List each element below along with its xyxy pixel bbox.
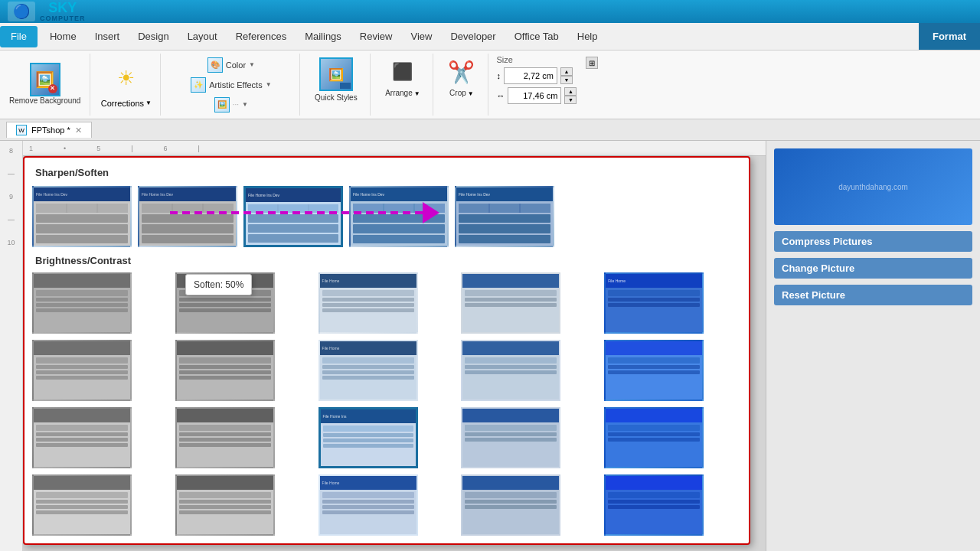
brightness-thumb-d3[interactable]: File Home Ins [318, 407, 418, 468]
menu-bar: File Home Insert Design Layout Reference… [0, 23, 980, 51]
brightness-thumb-c2[interactable] [175, 340, 275, 401]
color-button[interactable]: 🎨 Color ▼ [204, 57, 258, 73]
extra-picture-button[interactable]: 🖼️ ··· ▼ [211, 96, 251, 113]
ribbon-group-crop: ✂️ Crop ▼ [435, 54, 488, 116]
thumb-1-header: File Home Ins Dev [34, 187, 130, 201]
ribbon-group-picture-styles: 🎨 Color ▼ ✨ Artistic Effects ▼ 🖼️ ··· ▼ [162, 54, 300, 116]
height-icon: ↕ [496, 71, 501, 80]
menu-home[interactable]: Home [41, 23, 86, 50]
ruler-top-bar2: | [198, 145, 200, 152]
brightness-thumb-e1[interactable] [32, 474, 132, 536]
brightness-thumb-e3[interactable]: File Home [318, 474, 418, 536]
size-expand-button[interactable]: ⊞ [586, 57, 598, 69]
crop-dropdown[interactable]: Crop ▼ [449, 89, 474, 98]
height-up-button[interactable]: ▲ [560, 67, 573, 76]
menu-view[interactable]: View [401, 23, 441, 50]
menu-references[interactable]: References [227, 23, 296, 50]
brightness-thumb-b3[interactable]: File Home [318, 272, 418, 334]
brightness-contrast-title: Brightness/Contrast [32, 253, 741, 268]
menu-mailings[interactable]: Mailings [296, 23, 351, 50]
brightness-thumb-d2[interactable] [175, 407, 275, 468]
brightness-thumb-c1[interactable] [32, 340, 132, 401]
brightness-thumb-e5[interactable] [604, 474, 704, 536]
right-panel: dayunthdahang.com Compress Pictures Chan… [766, 141, 980, 551]
crop-arrow-icon: ▼ [468, 90, 474, 97]
brightness-thumb-b5[interactable]: File Home [604, 272, 704, 334]
compress-pictures-button[interactable]: Compress Pictures [774, 231, 972, 252]
sharpen-thumb-1[interactable]: File Home Ins Dev [32, 186, 132, 247]
brightness-thumb-e4[interactable] [461, 474, 560, 536]
sharpen-row-container: File Home Ins Dev [32, 186, 741, 247]
menu-developer[interactable]: Developer [441, 23, 505, 50]
artistic-effects-arrow-icon: ▼ [266, 81, 272, 88]
ribbon-group-quick-styles: 🖼️ Quick Styles [302, 54, 371, 116]
menu-officetab[interactable]: Office Tab [505, 23, 568, 50]
quick-styles-button[interactable]: 🖼️ Quick Styles [312, 55, 361, 104]
sharpen-arrow-indicator [170, 202, 439, 223]
arrange-dropdown[interactable]: Arrange ▼ [385, 89, 420, 98]
thumb-5-header: File Home Ins Dev [456, 187, 553, 201]
ruler-top-5: 5 [96, 145, 100, 152]
extra-arrow-icon: ▼ [242, 101, 248, 108]
change-picture-button[interactable]: Change Picture [774, 258, 972, 279]
file-menu-button[interactable]: File [0, 26, 38, 47]
corrections-button[interactable]: ☀ [108, 62, 145, 96]
logo-sky: SKY [48, 1, 77, 15]
doc-tab-fptshop[interactable]: W FPTshop * ✕ [6, 122, 92, 138]
extra-icon: 🖼️ [214, 97, 230, 112]
ruler-top-bar1: | [131, 145, 132, 152]
extra-label: ··· [233, 100, 239, 109]
brightness-thumb-d4[interactable] [461, 407, 560, 468]
color-icon: 🎨 [207, 57, 223, 73]
menu-layout[interactable]: Layout [178, 23, 227, 50]
color-arrow-icon: ▼ [249, 61, 255, 68]
sharpen-thumb-5[interactable]: File Home Ins Dev [455, 186, 554, 247]
menu-help[interactable]: Help [568, 23, 607, 50]
crop-button[interactable]: ✂️ Crop ▼ [443, 55, 480, 99]
top-bar: 🔵 SKY COMPUTER [0, 0, 980, 23]
brightness-thumb-c3[interactable]: File Home [318, 340, 418, 401]
menu-design[interactable]: Design [129, 23, 178, 50]
ruler-10: 10 [7, 239, 15, 246]
menu-review[interactable]: Review [351, 23, 402, 50]
doc-area: 1 • 5 | 6 | dayunhdahang.com Sharpen/Sof… [23, 141, 766, 551]
ribbon-group-remove-bg: 🖼️ ✕ Remove Background [0, 54, 90, 116]
thumb-3-header: File Home Ins Dev [246, 188, 341, 202]
brightness-thumb-b1[interactable] [32, 272, 132, 334]
corrections-dropdown-button[interactable]: Corrections ▼ [101, 99, 152, 108]
menu-insert[interactable]: Insert [86, 23, 129, 50]
height-input[interactable] [504, 67, 557, 84]
brightness-thumb-c4[interactable] [461, 340, 560, 401]
brightness-thumb-d1[interactable] [32, 407, 132, 468]
reset-picture-button[interactable]: Reset Picture [774, 285, 972, 305]
tooltip: Soften: 50% [185, 274, 252, 295]
doc-tab-icon: W [16, 125, 27, 135]
width-down-button[interactable]: ▼ [564, 96, 577, 104]
doc-tab-close[interactable]: ✕ [75, 126, 82, 135]
ribbon-group-size: Size ↕ ▲ ▼ ↔ ▲ ▼ [490, 54, 583, 116]
width-up-button[interactable]: ▲ [564, 87, 577, 96]
corrections-arrow-icon: ▼ [145, 99, 152, 106]
main-area: 8 — 9 — 10 1 • 5 | 6 | dayunhdahang.com … [0, 141, 980, 551]
height-spinners: ▲ ▼ [560, 67, 573, 84]
menu-format[interactable]: Format [919, 23, 980, 50]
ribbon-group-corrections: ☀ Corrections ▼ [92, 54, 161, 116]
ruler-9: 9 [9, 193, 13, 201]
brightness-thumb-e2[interactable] [175, 474, 275, 536]
brightness-thumb-d5[interactable] [604, 407, 704, 468]
width-input[interactable] [508, 87, 561, 104]
brightness-thumb-b4[interactable] [461, 272, 560, 334]
brightness-thumb-c5[interactable] [604, 340, 704, 401]
artistic-effects-button[interactable]: ✨ Artistic Effects ▼ [188, 77, 274, 93]
logo-computer: COMPUTER [40, 15, 86, 22]
artistic-effects-icon: ✨ [191, 77, 206, 93]
remove-background-button[interactable]: 🖼️ ✕ Remove Background [6, 63, 83, 107]
height-down-button[interactable]: ▼ [560, 76, 573, 84]
ruler-dash2: — [8, 216, 15, 223]
thumb-1-body [34, 201, 130, 246]
ruler-8: 8 [9, 147, 13, 155]
corrections-panel: Sharpen/Soften File Home Ins Dev [23, 156, 750, 545]
top-ruler: 1 • 5 | 6 | [23, 141, 766, 156]
arrange-arrow-icon: ▼ [414, 90, 420, 97]
arrange-button[interactable]: ⬛ Arrange ▼ [382, 55, 423, 99]
